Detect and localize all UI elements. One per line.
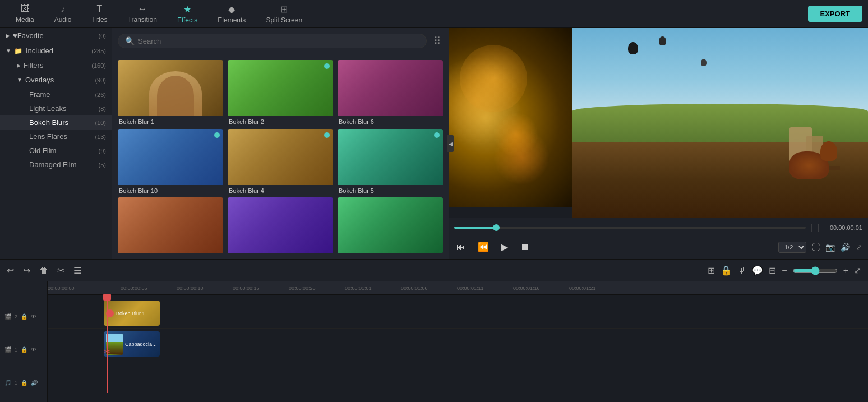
video-indicator — [324, 63, 330, 69]
frame-back-button[interactable]: ⏪ — [475, 239, 491, 255]
track1-eye[interactable]: 👁 — [31, 313, 36, 320]
clip-bokeh-blur-1[interactable]: Bokeh Blur 1 — [104, 301, 160, 326]
ruler-mark-9: 00:00:01:21 — [569, 285, 596, 291]
filter-button[interactable]: ☰ — [73, 265, 81, 276]
track3-icon: 🎵 — [4, 380, 11, 386]
track1-icon: 🎬 — [4, 313, 11, 320]
step-back-button[interactable]: ⏮ — [454, 240, 468, 255]
effect-thumb-bokeh7 — [118, 197, 223, 253]
sidebar-item-light-leaks[interactable]: Light Leaks (8) — [0, 101, 112, 115]
zoom-out-button[interactable]: − — [782, 266, 787, 276]
effects-icon: ★ — [183, 4, 191, 15]
effect-card-bokeh5[interactable]: Bokeh Blur 5 — [338, 129, 443, 193]
lock-button[interactable]: 🔒 — [721, 265, 732, 276]
ruler-mark-4: 00:00:00:20 — [289, 285, 316, 291]
subtitle-button[interactable]: 💬 — [752, 265, 763, 276]
track2-eye[interactable]: 👁 — [31, 346, 36, 353]
track2-lock[interactable]: 🔒 — [21, 346, 27, 353]
mic-button[interactable]: 🎙 — [737, 266, 746, 276]
sidebar-lens-flares-count: (13) — [95, 133, 106, 140]
effect-card-bokeh9[interactable] — [338, 197, 443, 253]
progress-bar[interactable] — [454, 227, 806, 229]
effect-card-bokeh7[interactable] — [118, 197, 223, 253]
delete-button[interactable]: 🗑 — [39, 266, 48, 276]
ruler-mark-7: 00:00:01:11 — [457, 285, 484, 291]
nav-elements[interactable]: ◆ Elements — [207, 0, 256, 28]
search-icon: 🔍 — [125, 36, 135, 45]
sidebar-item-old-film[interactable]: Old Film (9) — [0, 144, 112, 158]
sidebar-item-included[interactable]: ▼ 📁 Included (285) — [0, 43, 112, 58]
export-button[interactable]: EXPORT — [808, 6, 862, 22]
sidebar-item-lens-flares[interactable]: Lens Flares (13) — [0, 130, 112, 144]
timeline-content[interactable]: 00:00:00:00 00:00:00:05 00:00:00:10 00:0… — [48, 281, 868, 402]
screenshot-icon[interactable]: 📷 — [825, 243, 835, 252]
track1-lock[interactable]: 🔒 — [21, 313, 27, 320]
track3-lock[interactable]: 🔒 — [21, 380, 27, 386]
top-navigation: 🖼 Media ♪ Audio T Titles ↔ Transition ★ … — [0, 0, 868, 28]
timeline-area: ↩ ↪ 🗑 ✂ ☰ ⊞ 🔒 🎙 💬 ⊟ − + ⤢ 🎬 2 🔒 👁 — [0, 259, 868, 402]
undo-button[interactable]: ↩ — [7, 265, 14, 276]
redo-button[interactable]: ↪ — [23, 265, 30, 276]
ruler-mark-5: 00:00:01:01 — [345, 285, 372, 291]
effect-card-bokeh6[interactable]: Bokeh Blur 6 — [338, 60, 443, 124]
nav-audio[interactable]: ♪ Audio — [44, 0, 82, 28]
clip-video[interactable]: CappadociaHotAirBa... — [104, 331, 160, 357]
settings-icon[interactable]: ⤢ — [856, 243, 862, 252]
grid-toggle-button[interactable]: ⠿ — [431, 33, 443, 49]
track2-number: 1 — [15, 347, 17, 353]
effects-panel: 🔍 ⠿ Bokeh Blur 1 — [112, 28, 449, 259]
effect-card-bokeh2[interactable]: Bokeh Blur 2 — [228, 60, 333, 124]
sidebar-overlays-count: (90) — [95, 77, 106, 84]
nav-elements-label: Elements — [218, 16, 246, 24]
nav-transition[interactable]: ↔ Transition — [118, 0, 167, 28]
ruler-mark-1: 00:00:00:05 — [121, 285, 147, 291]
sidebar-item-frame[interactable]: Frame (26) — [0, 87, 112, 101]
search-input[interactable] — [138, 37, 419, 45]
sidebar-item-overlays[interactable]: ▼ Overlays (90) — [0, 72, 112, 87]
effect-card-bokeh4[interactable]: Bokeh Blur 4 — [228, 129, 333, 193]
effects-grid: Bokeh Blur 1 Bokeh Blur 2 Bokeh Blur 6 — [112, 54, 449, 259]
left-sidebar: ▶ ♥ Favorite (0) ▼ 📁 Included (285) ▶ Fi… — [0, 28, 112, 259]
progress-fill — [454, 227, 496, 229]
playhead[interactable] — [107, 295, 108, 393]
timeline-toolbar: ↩ ↪ 🗑 ✂ ☰ ⊞ 🔒 🎙 💬 ⊟ − + ⤢ — [0, 260, 868, 281]
search-bar[interactable]: 🔍 — [118, 34, 427, 48]
zoom-slider[interactable] — [793, 266, 838, 275]
fullscreen-icon[interactable]: ⛶ — [812, 243, 820, 252]
track3-volume[interactable]: 🔊 — [31, 380, 38, 386]
bracket-left: [ — [810, 223, 812, 233]
ruler-mark-2: 00:00:00:10 — [177, 285, 204, 291]
sidebar-item-favorite[interactable]: ▶ ♥ Favorite (0) — [0, 28, 112, 43]
preview-image — [572, 28, 868, 218]
audio-icon[interactable]: 🔊 — [841, 243, 850, 252]
cut-button[interactable]: ✂ — [57, 265, 64, 276]
snap-button[interactable]: ⊞ — [708, 265, 715, 276]
nav-titles[interactable]: T Titles — [81, 0, 117, 28]
time-ruler: 00:00:00:00 00:00:00:05 00:00:00:10 00:0… — [48, 281, 868, 295]
collapse-panel-button[interactable]: ◀ — [447, 135, 454, 152]
effect-card-bokeh1[interactable]: Bokeh Blur 1 — [118, 60, 223, 124]
progress-thumb[interactable] — [493, 224, 500, 231]
effect-card-bokeh10[interactable]: Bokeh Blur 10 — [118, 129, 223, 193]
sidebar-item-bokeh-blurs[interactable]: Bokeh Blurs (10) — [0, 115, 112, 130]
effect-label-bokeh2: Bokeh Blur 2 — [228, 116, 333, 124]
bracket-right: ] — [817, 223, 819, 233]
sidebar-item-damaged-film[interactable]: Damaged Film (5) — [0, 158, 112, 172]
video-indicator-bokeh10 — [214, 132, 220, 138]
stop-button[interactable]: ⏹ — [518, 240, 532, 255]
chevron-right-icon: ▶ — [6, 33, 10, 39]
play-button[interactable]: ▶ — [499, 239, 510, 255]
track3-number: 1 — [15, 380, 17, 386]
nav-media[interactable]: 🖼 Media — [6, 0, 44, 28]
effect-card-bokeh8[interactable] — [228, 197, 333, 253]
zoom-in-button[interactable]: + — [843, 266, 848, 276]
grid-button[interactable]: ⊟ — [769, 265, 776, 276]
nav-split-screen[interactable]: ⊞ Split Screen — [256, 0, 312, 28]
nav-effects[interactable]: ★ Effects — [167, 0, 207, 28]
sidebar-lens-flares-label: Lens Flares — [29, 132, 95, 141]
sidebar-frame-count: (26) — [95, 91, 106, 98]
effect-thumb-bokeh10 — [118, 129, 223, 185]
fit-button[interactable]: ⤢ — [854, 265, 861, 276]
sidebar-item-filters[interactable]: ▶ Filters (160) — [0, 58, 112, 72]
quality-selector[interactable]: 1/2 — [778, 242, 806, 253]
